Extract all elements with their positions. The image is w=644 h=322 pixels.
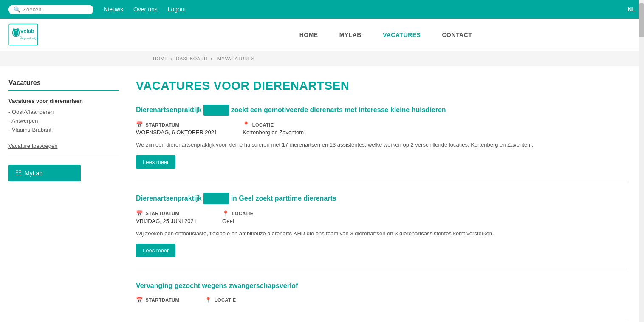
- sidebar-add-vacancy[interactable]: Vacature toevoegen: [8, 143, 119, 156]
- sidebar-sub-items: - Oost-Vlaanderen - Antwerpen - Vlaams-B…: [8, 107, 119, 134]
- search-input[interactable]: [23, 6, 88, 13]
- svg-text:diergeneeskundig labo: diergeneeskundig labo: [20, 37, 38, 40]
- meta-header-locatie-2: 📍 LOCATIE: [222, 210, 253, 217]
- nav-contact[interactable]: CONTACT: [442, 31, 472, 38]
- svg-text:nv: nv: [20, 35, 23, 37]
- main-content: VACATURES VOOR DIERENARTSEN Dierenartsen…: [127, 66, 644, 322]
- calendar-icon-1: 📅: [136, 121, 143, 128]
- locatie-label-1: LOCATIE: [252, 122, 274, 127]
- breadcrumb-sep2: ›: [211, 56, 212, 61]
- sidebar-title: Vacatures: [8, 79, 119, 91]
- meta-locatie-1: 📍 LOCATIE Kortenberg en Zaventem: [243, 121, 304, 136]
- breadcrumb-dashboard[interactable]: DASHBOARD: [176, 56, 207, 61]
- meta-locatie-3: 📍 LOCATIE: [205, 297, 236, 305]
- search-icon: 🔍: [14, 6, 20, 13]
- vacancy-meta-3: 📅 STARTDATUM 📍 LOCATIE: [136, 297, 627, 305]
- nav-over-ons[interactable]: Over ons: [133, 6, 158, 13]
- velab-logo: velab nv diergeneeskundig labo: [8, 23, 38, 46]
- svg-text:velab: velab: [20, 28, 34, 34]
- breadcrumb-sep1: ›: [171, 56, 173, 61]
- vacancy-title-prefix-1: Dierenartsenpraktijk: [136, 106, 202, 113]
- list-item[interactable]: - Antwerpen: [8, 116, 119, 125]
- meta-header-startdatum-2: 📅 STARTDATUM: [136, 210, 197, 217]
- vacancy-desc-1: We zijn een dierenartsenpraktijk voor kl…: [136, 141, 627, 150]
- nav-vacatures[interactable]: VACATURES: [383, 31, 421, 38]
- locatie-value-2: Geel: [222, 218, 253, 224]
- vacancy-title-3: Vervanging gezocht wegens zwangerschapsv…: [136, 281, 627, 291]
- mylab-button[interactable]: ☷ MyLab: [8, 165, 81, 181]
- vacancy-title-1: Dierenartsenpraktijk zoekt een gemotivee…: [136, 105, 627, 116]
- breadcrumb: HOME › DASHBOARD › MYVACATURES: [0, 51, 644, 66]
- lees-meer-button-1[interactable]: Lees meer: [136, 155, 175, 169]
- startdatum-label-3: STARTDATUM: [146, 297, 180, 302]
- calendar-icon-2: 📅: [136, 210, 143, 217]
- logo-box[interactable]: velab nv diergeneeskundig labo: [8, 23, 38, 46]
- locatie-label-3: LOCATIE: [215, 297, 236, 302]
- sidebar-section-title: Vacatures voor dierenartsen: [8, 98, 119, 104]
- vacancy-title-suffix-2: in Geel zoekt parttime dierenarts: [231, 195, 336, 202]
- scrollbar[interactable]: [639, 0, 644, 322]
- meta-locatie-2: 📍 LOCATIE Geel: [222, 210, 253, 224]
- meta-header-locatie-1: 📍 LOCATIE: [243, 121, 304, 128]
- startdatum-label-1: STARTDATUM: [146, 122, 180, 127]
- vacancy-meta-2: 📅 STARTDATUM VRIJDAG, 25 JUNI 2021 📍 LOC…: [136, 210, 627, 224]
- svg-rect-0: [9, 24, 38, 45]
- redacted-name-1: [203, 105, 229, 116]
- language-selector[interactable]: NL: [627, 6, 636, 13]
- vacancy-title-2: Dierenartsenpraktijk in Geel zoekt partt…: [136, 193, 627, 204]
- grid-icon: ☷: [15, 169, 21, 177]
- search-wrap[interactable]: 🔍: [8, 5, 93, 14]
- top-bar: 🔍 Nieuws Over ons Logout NL: [0, 0, 644, 19]
- calendar-icon-3: 📅: [136, 297, 143, 303]
- location-icon-1: 📍: [243, 121, 250, 128]
- nav-home[interactable]: HOME: [299, 31, 318, 38]
- mylab-button-label: MyLab: [25, 170, 42, 177]
- scrollbar-thumb[interactable]: [639, 3, 644, 37]
- page-title: VACATURES VOOR DIERENARTSEN: [136, 79, 627, 93]
- startdatum-label-2: STARTDATUM: [146, 211, 180, 216]
- vacancy-card-2: Dierenartsenpraktijk in Geel zoekt partt…: [136, 193, 627, 269]
- startdatum-value-2: VRIJDAG, 25 JUNI 2021: [136, 218, 197, 224]
- meta-header-locatie-3: 📍 LOCATIE: [205, 297, 236, 303]
- top-nav-links: Nieuws Over ons Logout: [104, 6, 186, 13]
- svg-point-4: [14, 31, 19, 36]
- top-bar-left: 🔍 Nieuws Over ons Logout: [8, 5, 186, 14]
- main-nav: HOME MYLAB VACATURES CONTACT: [136, 31, 636, 38]
- sidebar: Vacatures Vacatures voor dierenartsen - …: [0, 66, 127, 322]
- startdatum-value-1: WOENSDAG, 6 OKTOBER 2021: [136, 129, 217, 136]
- nav-logout[interactable]: Logout: [168, 6, 186, 13]
- logo-area: velab nv diergeneeskundig labo: [8, 23, 136, 46]
- list-item[interactable]: - Oost-Vlaanderen: [8, 107, 119, 116]
- vacancy-title-prefix-2: Dierenartsenpraktijk: [136, 195, 202, 202]
- breadcrumb-current: MYVACATURES: [217, 56, 255, 61]
- main-header: velab nv diergeneeskundig labo HOME MYLA…: [0, 19, 644, 51]
- redacted-name-2: [203, 193, 229, 204]
- lees-meer-button-2[interactable]: Lees meer: [136, 244, 175, 257]
- locatie-label-2: LOCATIE: [232, 211, 254, 216]
- vacancy-title-suffix-1: zoekt een gemotiveerde dierenarts met in…: [231, 106, 446, 113]
- locatie-value-1: Kortenberg en Zaventem: [243, 129, 304, 136]
- list-item[interactable]: - Vlaams-Brabant: [8, 125, 119, 134]
- vacancy-meta-1: 📅 STARTDATUM WOENSDAG, 6 OKTOBER 2021 📍 …: [136, 121, 627, 136]
- meta-startdatum-2: 📅 STARTDATUM VRIJDAG, 25 JUNI 2021: [136, 210, 197, 224]
- content-area: Vacatures Vacatures voor dierenartsen - …: [0, 66, 644, 322]
- meta-startdatum-3: 📅 STARTDATUM: [136, 297, 179, 305]
- meta-header-startdatum-3: 📅 STARTDATUM: [136, 297, 179, 303]
- location-icon-2: 📍: [222, 210, 229, 217]
- meta-header-startdatum-1: 📅 STARTDATUM: [136, 121, 217, 128]
- breadcrumb-home[interactable]: HOME: [153, 56, 168, 61]
- vacancy-card-3: Vervanging gezocht wegens zwangerschapsv…: [136, 281, 627, 322]
- vacancy-card-1: Dierenartsenpraktijk zoekt een gemotivee…: [136, 105, 627, 181]
- location-icon-3: 📍: [205, 297, 212, 303]
- vacancy-desc-2: Wij zoeken een enthousiaste, flexibele e…: [136, 229, 627, 238]
- nav-mylab[interactable]: MYLAB: [339, 31, 362, 38]
- nav-nieuws[interactable]: Nieuws: [104, 6, 123, 13]
- vacancy-title-prefix-3: Vervanging gezocht wegens zwangerschapsv…: [136, 282, 298, 289]
- meta-startdatum-1: 📅 STARTDATUM WOENSDAG, 6 OKTOBER 2021: [136, 121, 217, 136]
